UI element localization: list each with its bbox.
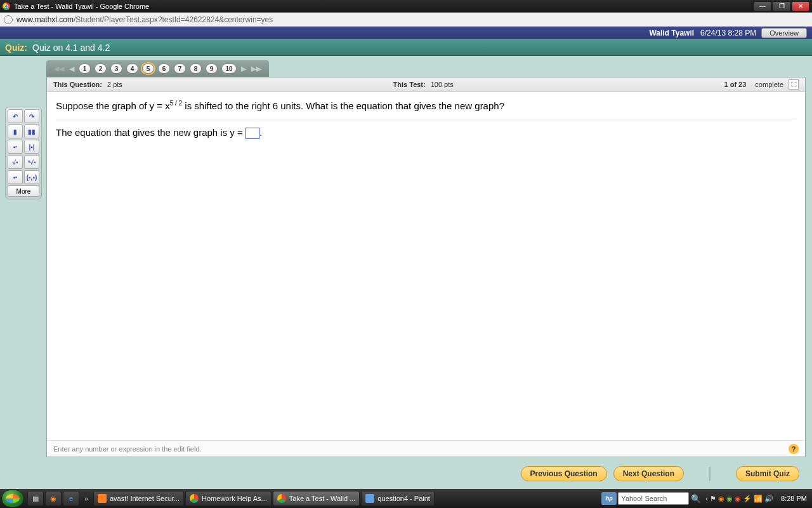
search-icon[interactable]: 🔍 xyxy=(690,492,702,505)
tray-shield-icon[interactable]: ◉ xyxy=(718,495,724,503)
content-area: ↶ ↷ ▮ ▮▮ ▪▪ |▪| √▪ ⁿ√▪ ▪▪ (▪,▪) More ◀◀ … xyxy=(0,56,812,489)
window-controls: — ❐ ✕ xyxy=(752,1,809,11)
button-divider xyxy=(709,467,710,481)
qnum-2[interactable]: 2 xyxy=(95,64,107,74)
prompt-exponent: 5 / 2 xyxy=(170,100,182,107)
tray-wifi-icon[interactable]: 📶 xyxy=(754,495,763,503)
nth-root-button[interactable]: ⁿ√▪ xyxy=(24,155,39,169)
qnum-3[interactable]: 3 xyxy=(110,64,122,74)
qnum-5[interactable]: 5 xyxy=(142,64,154,74)
answer-lead: The equation that gives the new graph is… xyxy=(56,127,246,138)
url-domain: www.mathxl.com xyxy=(16,15,74,24)
subscript-button[interactable]: ▪▪ xyxy=(8,170,23,184)
user-name: Walid Tyawil xyxy=(649,29,694,37)
yahoo-search-input[interactable]: Yahoo! Search xyxy=(618,492,689,505)
nav-first-icon[interactable]: ◀◀ xyxy=(51,65,67,73)
window-title: Take a Test - Walid Tyawil - Google Chro… xyxy=(14,3,149,10)
tray-chevron-icon[interactable]: ‹ xyxy=(705,495,708,502)
previous-question-button[interactable]: Previous Question xyxy=(521,466,607,481)
nav-next-icon[interactable]: ▶ xyxy=(239,65,249,73)
chrome-titlebar: Take a Test - Walid Tyawil - Google Chro… xyxy=(0,0,812,13)
fraction-button[interactable]: ▮ xyxy=(8,124,23,138)
tray-clock[interactable]: 8:28 PM xyxy=(777,495,811,502)
expand-icon[interactable]: ⛶ xyxy=(789,79,799,90)
tray-volume-icon[interactable]: 🔊 xyxy=(764,495,773,503)
undo-button[interactable]: ↶ xyxy=(8,109,23,123)
overview-button[interactable]: Overview xyxy=(761,28,807,38)
answer-input[interactable] xyxy=(246,128,259,139)
this-test-label: This Test: xyxy=(393,81,426,88)
complete-label: complete xyxy=(755,81,783,88)
tray-flag-icon[interactable]: ⚑ xyxy=(710,495,716,503)
submit-quiz-button[interactable]: Submit Quiz xyxy=(736,466,799,481)
wmp-icon[interactable]: ◉ xyxy=(45,491,62,506)
question-header: This Question: 2 pts This Test: 100 pts … xyxy=(47,77,805,92)
task-take-test[interactable]: Take a Test - Walid ... xyxy=(273,491,360,506)
qnum-1[interactable]: 1 xyxy=(79,64,91,74)
globe-icon xyxy=(4,15,13,24)
url-path: /Student/PlayerTest.aspx?testId=42622824… xyxy=(74,15,273,24)
prompt-text-b: is shifted to the right 6 units. What is… xyxy=(182,100,504,111)
bottom-buttons: Previous Question Next Question Submit Q… xyxy=(521,466,799,481)
qnum-7[interactable]: 7 xyxy=(174,64,186,74)
start-button[interactable] xyxy=(1,490,24,507)
math-toolbar: ↶ ↷ ▮ ▮▮ ▪▪ |▪| √▪ ⁿ√▪ ▪▪ (▪,▪) More xyxy=(5,107,42,199)
task-homework[interactable]: Homework Help As... xyxy=(185,491,272,506)
sqrt-button[interactable]: √▪ xyxy=(8,155,23,169)
ie-icon[interactable]: e xyxy=(63,491,79,506)
prompt-text-a: Suppose the graph of y = x xyxy=(56,100,170,111)
quiz-title: Quiz on 4.1 and 4.2 xyxy=(32,43,110,53)
answer-tail: . xyxy=(259,127,262,138)
maximize-button[interactable]: ❐ xyxy=(773,1,790,11)
tray-av-icon[interactable]: ◉ xyxy=(735,495,741,503)
exponent-button[interactable]: ▪▪ xyxy=(8,140,23,154)
qnum-6[interactable]: 6 xyxy=(158,64,170,74)
question-nav-wrap: ◀◀ ◀ 1 2 3 4 5 6 7 8 9 10 ▶ ▶▶ xyxy=(46,60,812,77)
qnum-8[interactable]: 8 xyxy=(190,64,202,74)
tray-icons[interactable]: ‹ ⚑ ◉ ◉ ◉ ⚡ 📶 🔊 xyxy=(703,495,776,503)
this-question-label: This Question: xyxy=(53,81,102,88)
question-panel: This Question: 2 pts This Test: 100 pts … xyxy=(46,77,806,457)
help-icon[interactable]: ? xyxy=(789,444,799,454)
qnum-4[interactable]: 4 xyxy=(126,64,138,74)
footer-hint: Enter any number or expression in the ed… xyxy=(53,445,202,453)
nav-prev-icon[interactable]: ◀ xyxy=(67,65,77,73)
taskbar-chevron-icon[interactable]: » xyxy=(81,491,92,506)
interval-button[interactable]: (▪,▪) xyxy=(24,170,39,184)
this-test-pts: 100 pts xyxy=(431,81,454,88)
this-question-pts: 2 pts xyxy=(107,81,122,88)
quiz-bar: Quiz: Quiz on 4.1 and 4.2 xyxy=(0,39,812,56)
quiz-label: Quiz: xyxy=(5,43,27,53)
question-footer: Enter any number or expression in the ed… xyxy=(47,440,805,457)
question-body: Suppose the graph of y = x5 / 2 is shift… xyxy=(47,92,805,147)
tray-network-icon[interactable]: ◉ xyxy=(726,495,733,503)
question-nav: ◀◀ ◀ 1 2 3 4 5 6 7 8 9 10 ▶ ▶▶ xyxy=(46,60,269,77)
next-question-button[interactable]: Next Question xyxy=(613,466,684,481)
more-button[interactable]: More xyxy=(8,185,39,197)
url-bar[interactable]: www.mathxl.com/Student/PlayerTest.aspx?t… xyxy=(0,13,812,27)
nav-last-icon[interactable]: ▶▶ xyxy=(249,65,264,73)
close-button[interactable]: ✕ xyxy=(792,1,809,11)
user-bar: Walid Tyawil 6/24/13 8:28 PM Overview xyxy=(0,27,812,39)
hp-logo-icon[interactable]: hp xyxy=(601,492,617,505)
question-prompt: Suppose the graph of y = x5 / 2 is shift… xyxy=(56,100,796,119)
minimize-button[interactable]: — xyxy=(754,1,771,11)
qnum-10[interactable]: 10 xyxy=(221,64,237,74)
redo-button[interactable]: ↷ xyxy=(24,109,39,123)
task-paint[interactable]: question4 - Paint xyxy=(361,491,435,506)
system-tray: hp Yahoo! Search 🔍 ‹ ⚑ ◉ ◉ ◉ ⚡ 📶 🔊 8:28 … xyxy=(601,492,811,505)
chrome-icon xyxy=(3,3,10,10)
mixed-fraction-button[interactable]: ▮▮ xyxy=(24,124,39,138)
answer-line: The equation that gives the new graph is… xyxy=(56,127,796,139)
tray-power-icon[interactable]: ⚡ xyxy=(743,495,752,503)
explorer-icon[interactable]: ▦ xyxy=(27,491,44,506)
user-datetime: 6/24/13 8:28 PM xyxy=(700,29,756,37)
abs-button[interactable]: |▪| xyxy=(24,140,39,154)
windows-taskbar: ▦ ◉ e » avast! Internet Secur... Homewor… xyxy=(0,489,812,508)
qnum-9[interactable]: 9 xyxy=(206,64,218,74)
progress-count: 1 of 23 xyxy=(724,81,747,88)
task-avast[interactable]: avast! Internet Secur... xyxy=(93,491,184,506)
